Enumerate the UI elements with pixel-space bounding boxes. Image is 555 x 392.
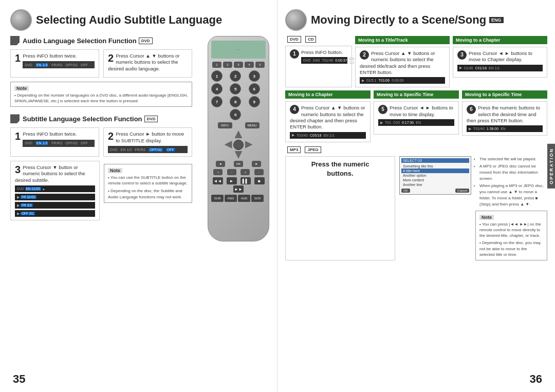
remote-extra1[interactable]: SUB (211, 195, 224, 202)
remote-play-btn[interactable]: ► (227, 177, 237, 184)
audio-step1-display: DVD EN 1/3 FR/RS OFF/02 OFF (23, 61, 95, 68)
remote-rew-btn[interactable]: ◄◄ (213, 177, 223, 184)
subtitle-note-box: Note • You can use the SUBTITLE button o… (104, 164, 192, 203)
remote-btn-small2[interactable]: 2 (223, 62, 232, 68)
audio-step1-text: Press INFO button twice. (15, 53, 95, 59)
select-title: SELECT 03 (401, 158, 469, 163)
remote-num-9[interactable]: 9 (249, 96, 260, 107)
right-step5-display: ▶ T01 C03 0:17:30 EN (378, 119, 454, 126)
subtitle-step2-display: DVD EN 1/3 FR/RS OFF/02 OFF (108, 146, 188, 153)
remote-num-0[interactable]: 0 (230, 109, 241, 120)
remote-btn-small5[interactable]: 5 (255, 62, 265, 68)
remote-num-7[interactable]: 7 (211, 96, 223, 107)
remote-control-row1: ◄ OK ► (211, 161, 266, 167)
right-note-text2: • Depending on the disc, you may not be … (479, 240, 543, 257)
select-cancel-btn[interactable]: Cancel (455, 189, 469, 193)
remote-vol-up2[interactable]: + (240, 169, 250, 175)
right-step1-num: 1 (290, 49, 299, 59)
dpad-left-btn[interactable] (225, 141, 232, 148)
remote-extra4[interactable]: SCR (251, 195, 264, 202)
left-content-area: Audio Language Selection Function DVD 1 … (10, 36, 192, 220)
remote-extra3[interactable]: AUD (238, 195, 250, 202)
remote-skip-btn[interactable]: ► (252, 161, 261, 167)
audio-step2-text: Press Cursor ▲ ▼ buttons or numeric butt… (108, 53, 188, 72)
right-step3-box: 3 Press Cursor ◄ ► buttons to move to Ch… (453, 47, 547, 78)
remote-num-4[interactable]: 4 (211, 83, 223, 95)
subtitle-section-title: Subtitle Language Selection Function (23, 115, 142, 123)
right-step5-box: 5 Press Cursor ◄ ► buttons to move to ti… (374, 101, 459, 135)
mp3-badge: MP3 (287, 146, 301, 153)
remote-small-nav: INFO MENU (211, 122, 266, 128)
right-step5-text: Press Cursor ◄ ► buttons to move to time… (378, 105, 454, 118)
remote-num-5[interactable]: 5 (230, 83, 241, 95)
right-note-title: Note (479, 215, 494, 220)
audio-steps-row: 1 Press INFO button twice. DVD EN 1/3 FR… (10, 49, 192, 78)
subtitle-screen4: ▶ OFF /01 (15, 210, 95, 217)
bottom-right-content: Press the numeric buttons. SELECT 03 Som… (285, 156, 547, 260)
right-note-text1: • You can press |◄◄ ►►| on the remote co… (479, 221, 543, 239)
right-step6-text: Press the numeric buttons to select the … (467, 105, 543, 124)
select-item-3: Another option (401, 173, 469, 178)
remote-btn-small1[interactable]: 1 (212, 62, 221, 68)
dpad-center-btn[interactable] (233, 140, 244, 150)
remote-top-buttons: 1 2 3 4 5 (211, 62, 266, 68)
press-numeric-box: Press the numeric buttons. (285, 156, 395, 260)
remote-numeric-grid: 1 2 3 4 5 6 7 8 9 0 (211, 70, 266, 120)
remote-num-2[interactable]: 2 (230, 70, 241, 82)
specific-time-section-mid: Moving to a Specific Time 5 Press Cursor… (374, 90, 459, 142)
subtitle-section-icon (10, 114, 20, 123)
remote-return-btn[interactable]: ◄ (216, 161, 225, 167)
remote-vol-up[interactable]: + (213, 169, 223, 175)
remote-num-8[interactable]: 8 (230, 96, 241, 107)
subtitle-step1-display: DVD EN 1/3 FR/RS OFF/02 OFF (23, 140, 95, 147)
right-step2-text: Press Cursor ▲ ▼ buttons or numeric butt… (360, 50, 445, 76)
right-disc-icon (285, 9, 307, 31)
remote-extra2[interactable]: ANG (225, 195, 237, 202)
remote-vol-down2[interactable]: - (254, 169, 264, 175)
select-item-5: Another line (401, 182, 469, 187)
specific-time-header-mid: Moving to a Specific Time (374, 90, 459, 99)
audio-note-box: Note • Depending on the number of langua… (10, 82, 192, 107)
subtitle-step1-box: 1 Press INFO button twice. DVD EN 1/3 FR… (10, 127, 99, 157)
remote-vol-down[interactable]: - (227, 169, 236, 175)
right-top-row: DVD CD 1 Press INFO button. DVD 0/00 T01… (285, 36, 547, 87)
dpad-down-btn[interactable] (235, 151, 243, 159)
remote-pause-btn[interactable]: ▌▌ (240, 177, 251, 184)
remote-control: ··· 1 2 3 4 5 1 2 3 4 5 6 7 8 9 (205, 36, 272, 252)
specific-time-header-right: Moving to a Specific Time (462, 90, 547, 99)
remote-extra-buttons: SUB ANG AUD SCR (211, 195, 266, 202)
dpad-right-btn[interactable] (245, 141, 253, 148)
remote-enter-btn[interactable]: OK (234, 161, 243, 167)
left-title-area: Selecting Audio Subtitle Language (10, 9, 267, 31)
bullet-item-3: When playing a MP3 or JEPG disc, you can… (479, 183, 547, 208)
audio-dvd-badge: DVD (139, 38, 153, 44)
select-item-2[interactable]: A title here (401, 169, 469, 173)
right-step3-text: Press Cursor ◄ ► buttons to move to Chap… (457, 50, 543, 63)
subtitle-step3-num: 3 (15, 164, 21, 175)
subtitle-screen2: ▶ FR 02/03 (15, 194, 95, 200)
remote-menu-btn[interactable]: MENU (245, 122, 260, 128)
subtitle-step3-area: 3 Press Cursor ▼ button or numeric butto… (10, 161, 192, 220)
remote-btn-small4[interactable]: 4 (245, 62, 254, 68)
remote-info-btn[interactable]: INFO (218, 122, 232, 128)
remote-ffw-btn[interactable]: ►► (233, 185, 244, 193)
left-page: Selecting Audio Subtitle Language Audio … (0, 0, 278, 392)
select-ok-btn[interactable]: OK (401, 189, 410, 193)
audio-step2-box: 2 Press Cursor ▲ ▼ buttons or numeric bu… (103, 49, 192, 78)
bullet-item-2: A MP3 or JPEG disc cannot be moved from … (479, 163, 547, 182)
right-step1-display: DVD 0/00 T01/40 0:00:37 EN 1/1 (301, 57, 347, 64)
remote-num-3[interactable]: 3 (249, 70, 260, 82)
disc-badges: DVD CD (285, 36, 352, 43)
audio-section-title: Audio Language Selection Function (23, 37, 137, 45)
subtitle-step3-text: Press Cursor ▼ button or numeric buttons… (15, 164, 95, 183)
remote-num-6[interactable]: 6 (249, 83, 260, 95)
dpad-up-btn[interactable] (235, 130, 243, 138)
remote-body: ··· 1 2 3 4 5 1 2 3 4 5 6 7 8 9 (208, 36, 269, 241)
right-page: Moving Directly to a Scene/Song ENG DVD … (278, 0, 555, 392)
audio-step1-num: 1 (15, 53, 21, 63)
remote-btn-small3[interactable]: 3 (234, 62, 243, 68)
right-step1-box: 1 Press INFO button. DVD 0/00 T01/40 0:0… (285, 46, 352, 87)
remote-num-1[interactable]: 1 (211, 70, 223, 82)
subtitle-note-text1: • You can use the SUBTITLE button on the… (108, 175, 188, 186)
remote-stop-btn[interactable]: ■ (254, 177, 265, 184)
